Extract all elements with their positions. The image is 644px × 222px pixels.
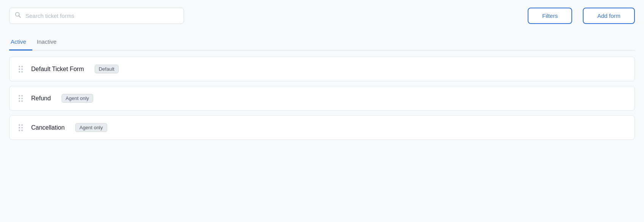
dot <box>21 127 23 128</box>
add-form-button[interactable]: Add form <box>583 8 635 24</box>
form-name: Refund <box>31 95 51 102</box>
dot <box>21 66 23 67</box>
dot <box>21 100 23 102</box>
dot <box>19 127 20 128</box>
tab-active[interactable]: Active <box>9 35 32 51</box>
dot <box>21 68 23 70</box>
drag-handle[interactable] <box>17 94 24 103</box>
form-item-3: Cancellation Agent only <box>9 115 635 140</box>
tab-inactive[interactable]: Inactive <box>35 35 63 51</box>
dot <box>19 130 20 131</box>
form-name: Default Ticket Form <box>31 66 84 73</box>
drag-handle[interactable] <box>17 124 24 132</box>
dot <box>19 66 20 67</box>
form-list: Default Ticket Form Default Refund Agent… <box>9 57 635 144</box>
dot <box>21 98 23 99</box>
search-input[interactable] <box>9 8 184 24</box>
dot <box>19 95 20 97</box>
dot <box>19 68 20 70</box>
form-item-2: Refund Agent only <box>9 86 635 111</box>
dot <box>21 124 23 126</box>
form-item-1: Default Ticket Form Default <box>9 57 635 81</box>
dot <box>19 98 20 99</box>
top-bar: Filters Add form <box>9 8 635 24</box>
dot <box>21 95 23 97</box>
form-badge: Agent only <box>62 94 93 103</box>
dot <box>19 124 20 126</box>
drag-dots <box>19 124 23 131</box>
search-container <box>9 8 184 24</box>
dot <box>19 100 20 102</box>
drag-handle[interactable] <box>17 65 24 73</box>
drag-dots <box>19 95 23 102</box>
tabs-row: Active Inactive <box>9 35 635 51</box>
dot <box>21 130 23 131</box>
filters-button[interactable]: Filters <box>528 8 572 24</box>
form-badge: Agent only <box>75 123 107 132</box>
dot <box>21 71 23 73</box>
drag-dots <box>19 66 23 73</box>
form-badge: Default <box>95 65 119 73</box>
dot <box>19 71 20 73</box>
form-name: Cancellation <box>31 124 65 131</box>
